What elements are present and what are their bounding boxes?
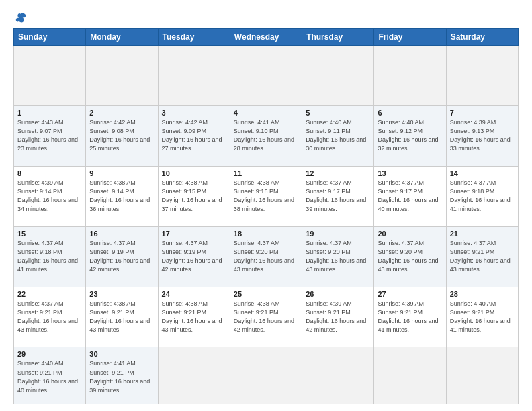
logo [13,12,27,23]
day-number: 25 [234,290,298,298]
day-info: Sunrise: 4:39 AMSunset: 9:21 PMDaylight:… [306,300,370,334]
day-info: Sunrise: 4:38 AMSunset: 9:21 PMDaylight:… [234,300,298,334]
col-wednesday: Wednesday [230,29,302,46]
table-row [14,46,86,106]
day-info: Sunrise: 4:38 AMSunset: 9:14 PMDaylight:… [89,179,154,214]
day-info: Sunrise: 4:37 AMSunset: 9:20 PMDaylight:… [378,239,442,274]
table-row: 27Sunrise: 4:39 AMSunset: 9:21 PMDayligh… [374,287,446,347]
day-info: Sunrise: 4:41 AMSunset: 9:10 PMDaylight:… [234,118,298,153]
day-number: 14 [450,169,515,177]
table-row: 18Sunrise: 4:37 AMSunset: 9:20 PMDayligh… [230,226,302,287]
col-monday: Monday [86,29,158,46]
table-row: 9Sunrise: 4:38 AMSunset: 9:14 PMDaylight… [86,166,158,226]
day-info: Sunrise: 4:40 AMSunset: 9:12 PMDaylight:… [378,118,442,153]
day-info: Sunrise: 4:42 AMSunset: 9:08 PMDaylight:… [89,118,154,153]
col-friday: Friday [374,29,446,46]
day-number: 11 [234,169,298,177]
table-row: 25Sunrise: 4:38 AMSunset: 9:21 PMDayligh… [230,287,302,347]
day-info: Sunrise: 4:39 AMSunset: 9:14 PMDaylight:… [17,179,82,214]
day-info: Sunrise: 4:37 AMSunset: 9:18 PMDaylight:… [17,239,82,274]
table-row: 8Sunrise: 4:39 AMSunset: 9:14 PMDaylight… [14,166,86,226]
calendar-table: Sunday Monday Tuesday Wednesday Thursday… [13,28,519,404]
day-info: Sunrise: 4:37 AMSunset: 9:19 PMDaylight:… [89,239,154,274]
table-row: 12Sunrise: 4:37 AMSunset: 9:17 PMDayligh… [302,166,374,226]
table-row [230,347,302,404]
day-number: 23 [89,290,154,298]
table-row: 7Sunrise: 4:39 AMSunset: 9:13 PMDaylight… [446,105,518,166]
col-sunday: Sunday [14,29,86,46]
table-row: 29Sunrise: 4:40 AMSunset: 9:21 PMDayligh… [14,347,86,404]
table-row: 5Sunrise: 4:40 AMSunset: 9:11 PMDaylight… [302,105,374,166]
day-number: 21 [450,230,515,238]
day-number: 4 [234,109,298,117]
day-number: 2 [89,109,154,117]
col-saturday: Saturday [446,29,518,46]
logo-bird-icon [15,12,27,24]
table-row [302,46,374,106]
day-number: 3 [162,109,226,117]
table-row: 6Sunrise: 4:40 AMSunset: 9:12 PMDaylight… [374,105,446,166]
day-info: Sunrise: 4:37 AMSunset: 9:17 PMDaylight:… [306,179,370,214]
day-number: 1 [17,109,82,117]
table-row [158,347,230,404]
day-info: Sunrise: 4:37 AMSunset: 9:20 PMDaylight:… [234,239,298,274]
day-number: 15 [17,230,82,238]
day-number: 22 [17,290,82,298]
table-row: 2Sunrise: 4:42 AMSunset: 9:08 PMDaylight… [86,105,158,166]
table-row [374,46,446,106]
day-info: Sunrise: 4:37 AMSunset: 9:19 PMDaylight:… [162,239,226,274]
day-number: 24 [162,290,226,298]
table-row: 28Sunrise: 4:40 AMSunset: 9:21 PMDayligh… [446,287,518,347]
day-info: Sunrise: 4:37 AMSunset: 9:17 PMDaylight:… [378,179,442,214]
table-row: 17Sunrise: 4:37 AMSunset: 9:19 PMDayligh… [158,226,230,287]
day-number: 13 [378,169,442,177]
day-number: 19 [306,230,370,238]
table-row [302,347,374,404]
day-info: Sunrise: 4:37 AMSunset: 9:18 PMDaylight:… [450,179,515,214]
table-row: 3Sunrise: 4:42 AMSunset: 9:09 PMDaylight… [158,105,230,166]
day-number: 18 [234,230,298,238]
table-row: 23Sunrise: 4:38 AMSunset: 9:21 PMDayligh… [86,287,158,347]
page: Sunday Monday Tuesday Wednesday Thursday… [0,0,532,411]
table-row: 24Sunrise: 4:38 AMSunset: 9:21 PMDayligh… [158,287,230,347]
col-tuesday: Tuesday [158,29,230,46]
day-info: Sunrise: 4:39 AMSunset: 9:13 PMDaylight:… [450,118,515,153]
day-number: 12 [306,169,370,177]
table-row [374,347,446,404]
table-row: 14Sunrise: 4:37 AMSunset: 9:18 PMDayligh… [446,166,518,226]
table-row: 4Sunrise: 4:41 AMSunset: 9:10 PMDaylight… [230,105,302,166]
day-number: 9 [89,169,154,177]
day-number: 29 [17,350,82,358]
table-row: 11Sunrise: 4:38 AMSunset: 9:16 PMDayligh… [230,166,302,226]
calendar-header-row: Sunday Monday Tuesday Wednesday Thursday… [14,29,519,46]
day-info: Sunrise: 4:39 AMSunset: 9:21 PMDaylight:… [378,300,442,334]
table-row: 30Sunrise: 4:41 AMSunset: 9:21 PMDayligh… [86,347,158,404]
day-number: 5 [306,109,370,117]
day-info: Sunrise: 4:38 AMSunset: 9:21 PMDaylight:… [162,300,226,334]
day-number: 7 [450,109,515,117]
day-number: 8 [17,169,82,177]
table-row [230,46,302,106]
day-info: Sunrise: 4:40 AMSunset: 9:11 PMDaylight:… [306,118,370,153]
day-info: Sunrise: 4:38 AMSunset: 9:16 PMDaylight:… [234,179,298,214]
table-row: 26Sunrise: 4:39 AMSunset: 9:21 PMDayligh… [302,287,374,347]
day-info: Sunrise: 4:37 AMSunset: 9:21 PMDaylight:… [450,239,515,274]
day-info: Sunrise: 4:42 AMSunset: 9:09 PMDaylight:… [162,118,226,153]
day-number: 6 [378,109,442,117]
table-row [158,46,230,106]
table-row: 16Sunrise: 4:37 AMSunset: 9:19 PMDayligh… [86,226,158,287]
table-row: 13Sunrise: 4:37 AMSunset: 9:17 PMDayligh… [374,166,446,226]
day-number: 30 [89,350,154,358]
day-number: 27 [378,290,442,298]
table-row: 20Sunrise: 4:37 AMSunset: 9:20 PMDayligh… [374,226,446,287]
table-row [86,46,158,106]
day-info: Sunrise: 4:40 AMSunset: 9:21 PMDaylight:… [450,300,515,334]
day-info: Sunrise: 4:41 AMSunset: 9:21 PMDaylight:… [89,359,154,394]
day-info: Sunrise: 4:37 AMSunset: 9:21 PMDaylight:… [17,300,82,334]
table-row: 22Sunrise: 4:37 AMSunset: 9:21 PMDayligh… [14,287,86,347]
day-info: Sunrise: 4:38 AMSunset: 9:21 PMDaylight:… [89,300,154,334]
table-row [446,347,518,404]
table-row: 19Sunrise: 4:37 AMSunset: 9:20 PMDayligh… [302,226,374,287]
day-number: 10 [162,169,226,177]
table-row [446,46,518,106]
